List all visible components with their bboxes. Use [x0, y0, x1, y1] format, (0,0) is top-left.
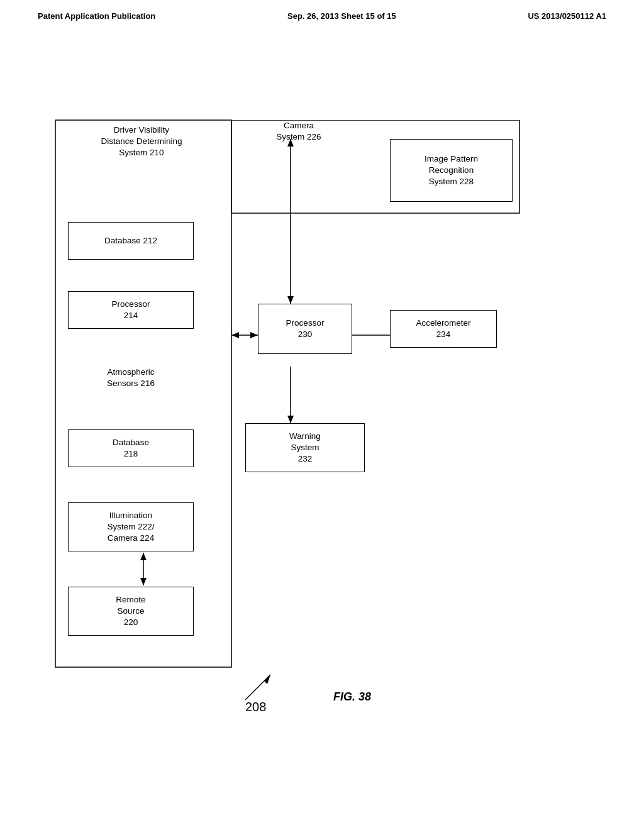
atmospheric-216-label: AtmosphericSensors 216: [68, 367, 194, 389]
svg-marker-19: [264, 675, 270, 684]
system-210-label: Driver VisibilityDistance DeterminingSys…: [60, 124, 223, 159]
database-212-box: Database 212: [68, 222, 194, 260]
camera-226-label: CameraSystem 226: [258, 120, 340, 143]
header-right: US 2013/0250112 A1: [528, 11, 606, 21]
fig-label: FIG. 38: [333, 690, 371, 704]
diagram-num-208: 208: [245, 700, 266, 714]
remote-220-box: RemoteSource220: [68, 587, 194, 636]
illumination-222-box: IlluminationSystem 222/Camera 224: [68, 502, 194, 551]
svg-marker-17: [140, 578, 147, 585]
diagram-area: Driver VisibilityDistance DeterminingSys…: [0, 27, 644, 794]
warning-232-box: WarningSystem232: [245, 423, 365, 472]
processor-214-box: Processor214: [68, 291, 194, 329]
svg-line-18: [245, 675, 270, 700]
header: Patent Application Publication Sep. 26, …: [0, 0, 644, 27]
header-middle: Sep. 26, 2013 Sheet 15 of 15: [287, 11, 396, 21]
svg-rect-0: [55, 120, 231, 667]
image-pattern-228-box: Image PatternRecognitionSystem 228: [390, 139, 513, 202]
processor-230-box: Processor230: [258, 304, 352, 354]
svg-marker-7: [250, 332, 258, 338]
svg-marker-6: [231, 332, 239, 338]
database-218-box: Database218: [68, 429, 194, 467]
svg-marker-16: [140, 553, 147, 560]
svg-marker-2: [287, 296, 294, 304]
accelerometer-234-box: Accelerometer234: [390, 310, 497, 348]
svg-marker-14: [287, 416, 294, 423]
header-left: Patent Application Publication: [38, 11, 155, 21]
